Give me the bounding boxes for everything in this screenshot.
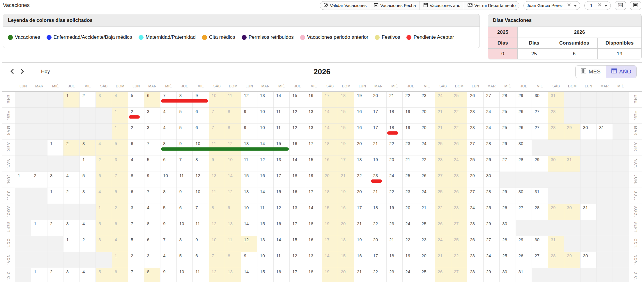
day-cell[interactable]: 27 <box>500 156 516 172</box>
day-cell[interactable]: 14 <box>257 188 273 204</box>
day-cell[interactable]: 16 <box>338 204 354 220</box>
day-cell[interactable]: 27 <box>532 252 548 268</box>
day-cell[interactable]: 19 <box>370 156 386 172</box>
prev-button[interactable] <box>7 67 17 77</box>
employee-select[interactable]: Juan Garcia Perez <box>523 1 580 10</box>
day-cell[interactable]: 17 <box>338 156 354 172</box>
day-cell[interactable]: 19 <box>354 236 370 252</box>
day-cell[interactable]: 27 <box>532 108 548 124</box>
day-cell[interactable]: 20 <box>387 156 403 172</box>
day-cell[interactable]: 11 <box>241 156 257 172</box>
day-cell[interactable]: 27 <box>467 188 483 204</box>
day-cell[interactable]: 7 <box>160 236 176 252</box>
day-cell[interactable]: 7 <box>112 172 128 188</box>
day-cell[interactable]: 21 <box>354 268 370 282</box>
day-cell[interactable]: 2 <box>80 92 96 107</box>
day-cell[interactable]: 6 <box>128 140 144 156</box>
day-cell[interactable]: 16 <box>274 268 290 282</box>
day-cell[interactable]: 30 <box>548 156 564 172</box>
day-cell[interactable]: 9 <box>225 204 241 220</box>
day-cell[interactable]: 20 <box>354 140 370 156</box>
day-cell[interactable]: 5 <box>177 124 193 140</box>
day-cell[interactable]: 7 <box>144 188 160 204</box>
day-cell[interactable]: 3 <box>144 108 160 124</box>
event-bar-pendiente-aceptar[interactable] <box>371 179 382 183</box>
day-cell[interactable]: 28 <box>500 92 516 107</box>
day-cell[interactable]: 22 <box>403 92 419 107</box>
day-cell[interactable]: 5 <box>144 156 160 172</box>
day-cell[interactable]: 2 <box>63 140 79 156</box>
day-cell[interactable]: 10 <box>209 92 225 107</box>
day-cell[interactable]: 25 <box>403 172 419 188</box>
day-cell[interactable]: 12 <box>290 108 306 124</box>
day-cell[interactable]: 21 <box>435 124 451 140</box>
day-cell[interactable]: 6 <box>193 124 209 140</box>
day-cell[interactable]: 10 <box>241 204 257 220</box>
day-cell[interactable]: 25 <box>500 124 516 140</box>
day-cell[interactable]: 21 <box>370 188 386 204</box>
day-cell[interactable]: 16 <box>322 156 338 172</box>
event-bar-pendiente-aceptar[interactable] <box>161 99 208 103</box>
day-cell[interactable]: 28 <box>548 124 564 140</box>
day-cell[interactable]: 17 <box>370 108 386 124</box>
day-cell[interactable]: 22 <box>387 188 403 204</box>
day-cell[interactable]: 29 <box>564 124 580 140</box>
day-cell[interactable]: 13 <box>306 108 322 124</box>
day-cell[interactable]: 8 <box>128 172 144 188</box>
day-cell[interactable]: 31 <box>532 188 548 204</box>
day-cell[interactable]: 4 <box>144 204 160 220</box>
day-cell[interactable]: 12 <box>225 188 241 204</box>
day-cell[interactable]: 15 <box>290 236 306 252</box>
day-cell[interactable]: 23 <box>387 268 403 282</box>
day-cell[interactable]: 14 <box>274 92 290 107</box>
chevron-down-icon[interactable] <box>604 3 608 8</box>
day-cell[interactable]: 19 <box>306 172 322 188</box>
day-cell[interactable]: 28 <box>548 108 564 124</box>
day-cell[interactable]: 3 <box>80 140 96 156</box>
day-cell[interactable]: 15 <box>338 108 354 124</box>
day-cell[interactable]: 29 <box>467 172 483 188</box>
day-cell[interactable]: 8 <box>209 204 225 220</box>
day-cell[interactable]: 26 <box>500 204 516 220</box>
day-cell[interactable]: 8 <box>225 108 241 124</box>
day-cell[interactable]: 7 <box>128 268 144 282</box>
day-cell[interactable]: 22 <box>370 220 386 236</box>
day-cell[interactable]: 15 <box>338 124 354 140</box>
day-cell[interactable]: 19 <box>403 124 419 140</box>
day-cell[interactable]: 2 <box>112 204 128 220</box>
day-cell[interactable]: 13 <box>209 172 225 188</box>
day-cell[interactable]: 17 <box>306 188 322 204</box>
day-cell[interactable]: 24 <box>435 236 451 252</box>
day-cell[interactable]: 8 <box>160 188 176 204</box>
event-bar-pendiente-aceptar[interactable] <box>387 131 398 135</box>
number-select[interactable]: 1 <box>584 1 611 10</box>
day-cell[interactable]: 1 <box>80 156 96 172</box>
day-cell[interactable]: 22 <box>403 236 419 252</box>
day-cell[interactable]: 15 <box>290 92 306 107</box>
day-cell[interactable]: 16 <box>306 92 322 107</box>
day-cell[interactable]: 18 <box>370 204 386 220</box>
day-cell[interactable]: 20 <box>419 124 435 140</box>
day-cell[interactable]: 30 <box>581 124 597 140</box>
day-cell[interactable]: 15 <box>306 156 322 172</box>
day-cell[interactable]: 18 <box>306 268 322 282</box>
day-cell[interactable]: 8 <box>225 252 241 268</box>
day-cell[interactable]: 15 <box>257 220 273 236</box>
day-cell[interactable]: 9 <box>241 252 257 268</box>
day-cell[interactable]: 13 <box>225 268 241 282</box>
day-cell[interactable]: 28 <box>451 172 467 188</box>
day-cell[interactable]: 31 <box>581 204 597 220</box>
day-cell[interactable]: 14 <box>241 220 257 236</box>
day-cell[interactable]: 10 <box>177 268 193 282</box>
day-cell[interactable]: 2 <box>47 268 63 282</box>
day-cell[interactable]: 27 <box>451 268 467 282</box>
day-cell[interactable]: 1 <box>96 204 112 220</box>
day-cell[interactable]: 11 <box>193 220 209 236</box>
day-cell[interactable]: 27 <box>435 172 451 188</box>
day-cell[interactable]: 5 <box>112 188 128 204</box>
day-cell[interactable]: 4 <box>160 252 176 268</box>
day-cell[interactable]: 22 <box>451 252 467 268</box>
day-cell[interactable]: 16 <box>290 140 306 156</box>
day-cell[interactable]: 14 <box>274 236 290 252</box>
day-cell[interactable]: 13 <box>306 124 322 140</box>
